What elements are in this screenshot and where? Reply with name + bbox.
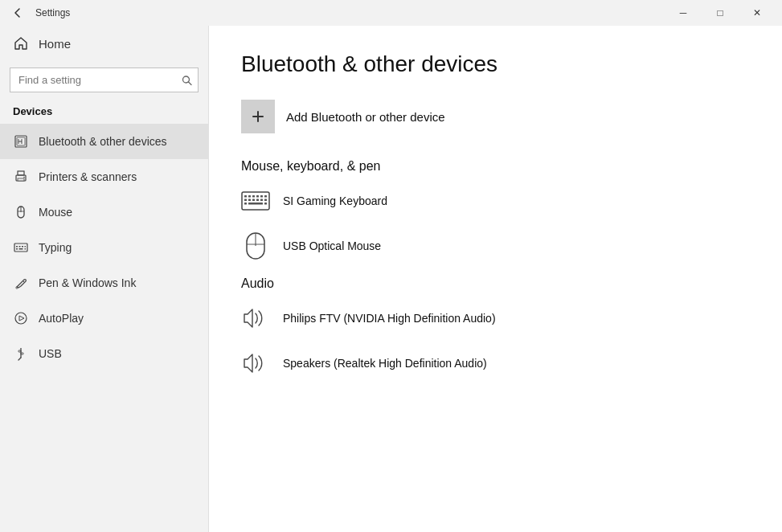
minimize-button[interactable]: ─: [665, 0, 702, 26]
bluetooth-icon: [13, 133, 29, 149]
search-input[interactable]: [10, 68, 199, 92]
search-icon: [182, 75, 192, 85]
device-item-keyboard[interactable]: SI Gaming Keyboard: [241, 186, 750, 215]
sidebar-section-label: Devices: [0, 102, 208, 124]
svg-point-10: [23, 177, 25, 178]
svg-rect-19: [16, 248, 18, 250]
printer-icon: [13, 169, 29, 185]
svg-rect-45: [264, 203, 267, 205]
section-title-audio: Audio: [241, 276, 750, 291]
svg-rect-35: [260, 195, 263, 198]
svg-rect-8: [18, 171, 24, 175]
svg-rect-43: [244, 203, 247, 205]
add-device-label: Add Bluetooth or other device: [286, 110, 445, 124]
sidebar-item-usb-label: USB: [39, 347, 62, 360]
sidebar-item-typing[interactable]: Typing: [0, 230, 208, 265]
svg-rect-40: [256, 199, 259, 202]
device-item-speaker2[interactable]: Speakers (Realtek High Definition Audio): [241, 349, 750, 378]
keyboard-device-name: SI Gaming Keyboard: [283, 194, 387, 207]
section-title-peripherals: Mouse, keyboard, & pen: [241, 159, 750, 174]
sidebar-item-mouse-label: Mouse: [39, 206, 72, 219]
svg-line-25: [18, 358, 21, 360]
svg-rect-39: [252, 199, 255, 202]
mouse-icon: [13, 204, 29, 220]
main-layout: Home Devices: [0, 26, 782, 532]
sidebar-item-pen[interactable]: Pen & Windows Ink: [0, 265, 208, 301]
sidebar-item-home[interactable]: Home: [0, 26, 208, 61]
window-controls: ─ □ ✕: [665, 0, 776, 26]
svg-rect-17: [22, 246, 23, 248]
back-button[interactable]: [6, 2, 29, 24]
svg-rect-15: [16, 246, 18, 248]
home-label: Home: [39, 37, 71, 51]
speaker2-icon: [241, 349, 270, 378]
content-area: Bluetooth & other devices Add Bluetooth …: [209, 26, 782, 532]
speaker2-device-name: Speakers (Realtek High Definition Audio): [283, 357, 487, 370]
svg-line-1: [189, 82, 192, 85]
svg-rect-16: [19, 246, 21, 248]
sidebar-item-pen-label: Pen & Windows Ink: [39, 276, 136, 289]
svg-rect-37: [244, 199, 247, 202]
sidebar-item-autoplay-label: AutoPlay: [39, 312, 84, 325]
typing-icon: [13, 239, 29, 256]
speaker1-icon: [241, 304, 270, 333]
mouse-device-name: USB Optical Mouse: [283, 239, 381, 252]
home-icon: [13, 35, 29, 51]
maximize-button[interactable]: □: [702, 0, 739, 26]
app-title: Settings: [35, 7, 665, 18]
svg-rect-21: [25, 248, 27, 250]
svg-rect-34: [256, 195, 259, 198]
sidebar-item-bluetooth[interactable]: Bluetooth & other devices: [0, 124, 208, 159]
speaker1-device-name: Philips FTV (NVIDIA High Definition Audi…: [283, 312, 496, 325]
svg-rect-33: [252, 195, 255, 198]
page-title: Bluetooth & other devices: [241, 51, 750, 77]
svg-rect-42: [264, 199, 267, 202]
add-device-button[interactable]: Add Bluetooth or other device: [241, 100, 445, 133]
svg-rect-36: [264, 195, 267, 198]
device-item-speaker1[interactable]: Philips FTV (NVIDIA High Definition Audi…: [241, 304, 750, 333]
sidebar-item-mouse[interactable]: Mouse: [0, 194, 208, 230]
usb-icon: [13, 346, 29, 362]
autoplay-icon: [13, 310, 29, 326]
search-container: [10, 68, 199, 92]
svg-point-23: [15, 313, 27, 324]
svg-rect-14: [14, 243, 27, 252]
svg-rect-9: [18, 178, 24, 181]
close-button[interactable]: ✕: [739, 0, 776, 26]
svg-rect-32: [248, 195, 251, 198]
sidebar-item-typing-label: Typing: [39, 241, 72, 254]
svg-rect-41: [260, 199, 263, 202]
svg-rect-31: [244, 195, 247, 198]
svg-rect-38: [248, 199, 251, 202]
add-device-icon: [241, 100, 275, 133]
svg-rect-44: [248, 203, 263, 205]
sidebar: Home Devices: [0, 26, 209, 532]
svg-rect-18: [25, 246, 27, 248]
sidebar-item-bluetooth-label: Bluetooth & other devices: [39, 135, 167, 148]
svg-rect-20: [19, 248, 23, 250]
keyboard-device-icon: [241, 186, 270, 215]
device-item-mouse[interactable]: USB Optical Mouse: [241, 231, 750, 260]
titlebar: Settings ─ □ ✕: [0, 0, 782, 26]
mouse-device-icon: [241, 231, 270, 260]
sidebar-item-printers[interactable]: Printers & scanners: [0, 159, 208, 194]
sidebar-item-autoplay[interactable]: AutoPlay: [0, 301, 208, 336]
pen-icon: [13, 275, 29, 291]
svg-point-22: [16, 287, 18, 289]
sidebar-item-usb[interactable]: USB: [0, 336, 208, 371]
sidebar-item-printers-label: Printers & scanners: [39, 170, 137, 183]
